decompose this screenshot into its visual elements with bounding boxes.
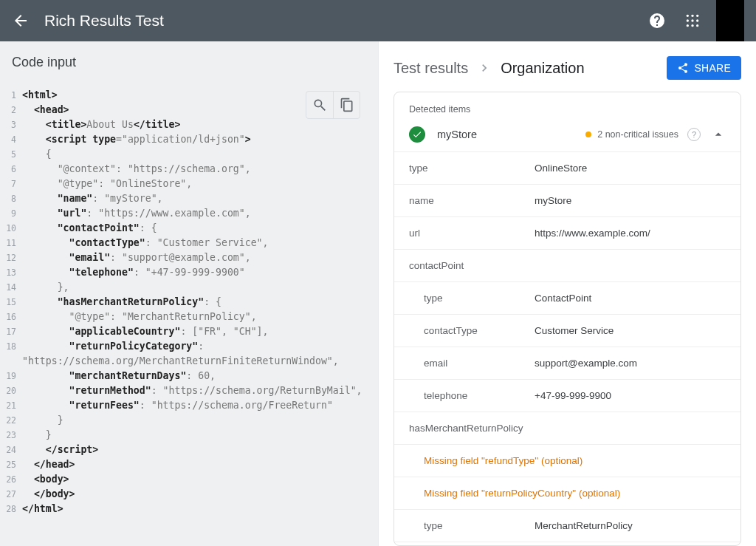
- property-value: +47-99-999-9900: [535, 390, 726, 401]
- code-line: 12 "email": "support@example.com",: [0, 250, 378, 265]
- code-toolbar: [306, 91, 360, 119]
- section-contactpoint: contactPoint: [394, 250, 740, 282]
- code-line: 28</html>: [0, 502, 378, 516]
- code-line: 15 "hasMerchantReturnPolicy": {: [0, 295, 378, 310]
- code-line: 10 "contactPoint": {: [0, 221, 378, 236]
- svg-point-5: [696, 19, 698, 21]
- code-line: "https://schema.org/MerchantReturnFinite…: [0, 354, 378, 369]
- property-value: OnlineStore: [535, 163, 726, 174]
- property-row: emailsupport@example.com: [394, 347, 740, 380]
- property-key: name: [409, 195, 535, 206]
- svg-point-7: [691, 24, 693, 27]
- property-row: contactTypeCustomer Service: [394, 315, 740, 347]
- code-panel-header: Code input: [0, 41, 378, 79]
- check-circle-icon: [409, 126, 425, 143]
- code-line: 26 <body>: [0, 472, 378, 487]
- breadcrumb-current: Organization: [501, 60, 584, 77]
- results-header: Test results Organization SHARE: [379, 41, 756, 92]
- code-panel: Code input 1<html>2 <head>3 <title>About…: [0, 41, 378, 546]
- code-line: 24 </script>: [0, 443, 378, 457]
- code-line: 8 "name": "myStore",: [0, 191, 378, 206]
- property-row: telephone+47-99-999-9900: [394, 380, 740, 412]
- property-key: type: [409, 293, 535, 304]
- code-line: 16 "@type": "MerchantReturnPolicy",: [0, 310, 378, 324]
- property-value: support@example.com: [535, 358, 726, 369]
- property-key: telephone: [409, 390, 535, 401]
- property-row: urlhttps://www.example.com/: [394, 217, 740, 250]
- warning-dot-icon: [585, 132, 591, 137]
- detected-items-header: Detected items: [394, 92, 740, 117]
- issues-count-label: 2 non-critical issues: [597, 129, 678, 140]
- property-value: MerchantReturnPolicy: [535, 520, 726, 531]
- property-row: typeMerchantReturnPolicy: [394, 510, 740, 542]
- svg-point-3: [687, 19, 689, 21]
- section-applicablecountry: applicableCountry: [394, 542, 740, 545]
- property-value: Customer Service: [535, 325, 726, 336]
- detected-item-name: myStore: [437, 129, 585, 140]
- results-panel: Test results Organization SHARE Detected…: [378, 41, 756, 546]
- code-line: 21 "returnFees": "https://schema.org/Fre…: [0, 398, 378, 413]
- topbar: Rich Results Test: [0, 0, 756, 41]
- code-line: 17 "applicableCountry": ["FR", "CH"],: [0, 324, 378, 339]
- share-icon: [677, 62, 689, 74]
- code-line: 23 }: [0, 428, 378, 443]
- code-line: 11 "contactType": "Customer Service",: [0, 236, 378, 250]
- warning-row: Missing field "refundType" (optional): [394, 445, 740, 477]
- property-value: https://www.example.com/: [535, 228, 726, 239]
- property-row: typeOnlineStore: [394, 152, 740, 185]
- svg-point-1: [691, 15, 693, 17]
- code-line: 14 },: [0, 280, 378, 295]
- property-value: ContactPoint: [535, 293, 726, 304]
- breadcrumb-root[interactable]: Test results: [394, 60, 468, 77]
- property-key: type: [409, 520, 535, 531]
- code-line: 18 "returnPolicyCategory":: [0, 339, 378, 354]
- page-title: Rich Results Test: [44, 12, 164, 30]
- code-line: 13 "telephone": "+47-99-999-9900": [0, 265, 378, 280]
- detected-item-row[interactable]: myStore 2 non-critical issues ?: [394, 117, 740, 152]
- code-line: 27 </body>: [0, 487, 378, 502]
- code-line: 9 "url": "https://www.example.com",: [0, 206, 378, 221]
- code-line: 7 "@type": "OnlineStore",: [0, 177, 378, 191]
- code-editor[interactable]: 1<html>2 <head>3 <title>About Us</title>…: [0, 79, 378, 546]
- property-key: email: [409, 358, 535, 369]
- svg-point-4: [691, 19, 693, 21]
- code-line: 22 }: [0, 413, 378, 428]
- results-card: Detected items myStore 2 non-critical is…: [394, 92, 741, 546]
- copy-code-icon[interactable]: [333, 92, 360, 118]
- help-icon[interactable]: [648, 12, 666, 30]
- code-line: 4 <script type="application/ld+json">: [0, 132, 378, 147]
- property-key: url: [409, 228, 535, 239]
- properties-list: typeOnlineStorenamemyStoreurlhttps://www…: [394, 152, 740, 545]
- collapse-icon[interactable]: [711, 127, 726, 142]
- code-line: 19 "merchantReturnDays": 60,: [0, 369, 378, 383]
- code-line: 25 </head>: [0, 457, 378, 472]
- black-stub: [716, 0, 744, 41]
- svg-point-0: [687, 15, 689, 17]
- property-row: typeContactPoint: [394, 282, 740, 315]
- svg-point-6: [687, 24, 689, 27]
- svg-point-8: [696, 24, 698, 27]
- code-line: 5 {: [0, 147, 378, 162]
- code-line: 3 <title>About Us</title>: [0, 117, 378, 132]
- share-button[interactable]: SHARE: [667, 56, 741, 80]
- code-line: 6 "@context": "https://schema.org",: [0, 162, 378, 177]
- share-button-label: SHARE: [695, 62, 731, 74]
- property-key: contactType: [409, 325, 535, 336]
- section-hasmerchantreturnpolicy: hasMerchantReturnPolicy: [394, 412, 740, 445]
- property-row: namemyStore: [394, 185, 740, 217]
- warning-row: Missing field "returnPolicyCountry" (opt…: [394, 477, 740, 510]
- back-arrow-icon[interactable]: [12, 12, 30, 30]
- chevron-right-icon: [477, 61, 492, 75]
- property-value: myStore: [535, 195, 726, 206]
- help-tooltip-icon[interactable]: ?: [687, 128, 701, 141]
- search-code-icon[interactable]: [306, 92, 333, 118]
- code-line: 20 "returnMethod": "https://schema.org/R…: [0, 383, 378, 398]
- issues-chip: 2 non-critical issues: [585, 129, 678, 140]
- svg-point-2: [696, 15, 698, 17]
- property-key: type: [409, 163, 535, 174]
- apps-grid-icon[interactable]: [684, 12, 701, 30]
